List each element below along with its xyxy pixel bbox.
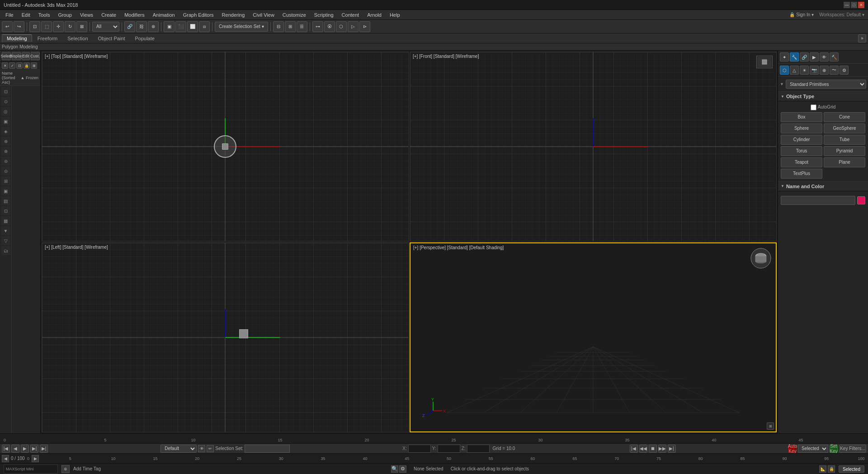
viewport-top[interactable]: [+] [Top] [Standard] [Wireframe] xyxy=(42,52,409,242)
scene-icon-5[interactable]: ◈ xyxy=(1,127,10,136)
scene-icon-2[interactable]: ⊙ xyxy=(1,97,10,106)
unlink-button[interactable]: ⛓ xyxy=(136,21,147,32)
rotate-button[interactable]: ↻ xyxy=(65,21,75,32)
scene-icon-12[interactable]: ▤ xyxy=(1,196,10,205)
scene-icon-13[interactable]: ⊡ xyxy=(1,206,10,215)
render-last[interactable]: ⊳ xyxy=(359,21,370,32)
pyramid-button[interactable]: Pyramid xyxy=(824,146,865,156)
edit-menu[interactable]: Edit xyxy=(22,52,30,60)
layer-vis-btn[interactable]: 👁 xyxy=(198,445,205,452)
rp-icon-display[interactable]: 👁 xyxy=(820,52,829,62)
menu-customize[interactable]: Customize xyxy=(279,11,310,19)
selected-dropdown[interactable]: Selected xyxy=(798,445,828,453)
menu-file[interactable]: File xyxy=(2,11,17,19)
key-filters-button[interactable]: Key Filters... xyxy=(839,445,866,453)
menu-animation[interactable]: Animation xyxy=(149,11,179,19)
menu-views[interactable]: Views xyxy=(76,11,97,19)
rp-icon-modify[interactable]: 🔧 xyxy=(790,52,799,62)
menu-create[interactable]: Create xyxy=(98,11,120,19)
sphere-button[interactable]: Sphere xyxy=(781,123,822,133)
scene-icon-11[interactable]: ▣ xyxy=(1,186,10,195)
scene-filter-icon3[interactable]: ⊞ xyxy=(31,62,37,69)
plane-button[interactable]: Plane xyxy=(824,157,865,167)
tab-modeling[interactable]: Modeling xyxy=(2,34,32,42)
prev-frame-button[interactable]: ◀ xyxy=(11,445,19,453)
status-icon-1[interactable]: 🔍 xyxy=(391,465,398,473)
menu-civil-view[interactable]: Civil View xyxy=(249,11,278,19)
layer-dropdown[interactable]: All xyxy=(92,22,119,32)
snap-icon[interactable]: 🔒 xyxy=(828,465,835,473)
layer-edit-btn[interactable]: ✏ xyxy=(207,445,214,452)
x-input[interactable] xyxy=(408,445,431,453)
y-input[interactable] xyxy=(438,445,460,453)
rp-icon-hierarchy[interactable]: 🔗 xyxy=(800,52,809,62)
undo-button[interactable]: ↩ xyxy=(2,21,13,32)
next-key-btn[interactable]: ▶▶ xyxy=(658,445,666,453)
play-button[interactable]: ▶ xyxy=(21,445,29,453)
scene-filter-icon2[interactable]: 🔒 xyxy=(24,62,30,69)
menu-group[interactable]: Group xyxy=(54,11,75,19)
scene-icon-17[interactable]: 🗂 xyxy=(1,246,10,255)
create-selection-set-button[interactable]: Create Selection Set ▾ xyxy=(215,22,268,32)
play-stop-btn[interactable]: ⏹ xyxy=(649,445,657,453)
rp-name-color-header[interactable]: ▼ Name and Color xyxy=(778,182,868,191)
autogrid-checkbox[interactable] xyxy=(811,104,816,110)
torus-button[interactable]: Torus xyxy=(781,146,822,156)
move-button[interactable]: ✛ xyxy=(53,21,64,32)
cone-button[interactable]: Cone xyxy=(824,112,865,122)
timeline-second-row[interactable]: 0 5 10 15 20 25 30 35 40 45 50 55 60 65 … xyxy=(0,453,868,463)
layer-select[interactable]: Default xyxy=(160,445,197,453)
tube-button[interactable]: Tube xyxy=(824,135,865,145)
scene-icon-14[interactable]: ▦ xyxy=(1,216,10,225)
maximize-viewport-btn[interactable]: ⊞ xyxy=(767,422,774,430)
rp-icon-geometry[interactable]: ⬡ xyxy=(780,66,789,75)
scene-filter-check[interactable]: ✓ xyxy=(9,62,15,69)
scene-icon-1[interactable]: ⊡ xyxy=(1,87,10,96)
select-obj-button[interactable]: ⊡ xyxy=(29,21,40,32)
select-all[interactable]: ⬛ xyxy=(175,21,186,32)
scene-icon-9[interactable]: ⊝ xyxy=(1,166,10,175)
scene-icon-10[interactable]: ⊞ xyxy=(1,176,10,185)
step-back-btn[interactable]: |◀ xyxy=(630,445,638,453)
rp-std-prim-dropdown[interactable]: Standard Primitives Extended Primitives … xyxy=(786,80,866,89)
color-swatch[interactable] xyxy=(857,196,865,204)
selection-set-input[interactable] xyxy=(245,445,290,453)
next-frame-button[interactable]: ▶| xyxy=(30,445,38,453)
menu-graph-editors[interactable]: Graph Editors xyxy=(179,11,217,19)
cylinder-button[interactable]: Cylinder xyxy=(781,135,822,145)
coord-icon[interactable]: 📐 xyxy=(819,465,826,473)
rp-icon-lights[interactable]: ☀ xyxy=(800,66,809,75)
menu-arnold[interactable]: Arnold xyxy=(363,11,385,19)
mirror-button[interactable]: ⊟ xyxy=(273,21,284,32)
minimize-button[interactable]: — xyxy=(844,2,850,8)
rp-icon-spacewarps[interactable]: 〜 xyxy=(830,66,839,75)
rp-icon-cameras[interactable]: 📷 xyxy=(810,66,819,75)
play-end-button[interactable]: ▶| xyxy=(40,445,48,453)
teapot-button[interactable]: Teapot xyxy=(781,157,822,167)
textplus-button[interactable]: TextPlus xyxy=(781,169,822,179)
select-filter[interactable]: ▣ xyxy=(164,21,175,32)
timeline-scrub[interactable]: 0 5 10 15 20 25 30 35 40 45 xyxy=(0,433,868,443)
scene-icon-3[interactable]: ◎ xyxy=(1,107,10,116)
scene-filter-x[interactable]: ✕ xyxy=(2,62,8,69)
scale-button[interactable]: ⊠ xyxy=(76,21,87,32)
menu-rendering[interactable]: Rendering xyxy=(218,11,249,19)
viewport-perspective[interactable]: [+] [Perspective] [Standard] [Default Sh… xyxy=(410,242,777,432)
rp-icon-utilities[interactable]: 🔨 xyxy=(830,52,839,62)
step-fwd-btn[interactable]: ▶| xyxy=(668,445,676,453)
rp-icon-create[interactable]: ✦ xyxy=(780,52,789,62)
tab-populate[interactable]: Populate xyxy=(130,35,159,42)
rp-icon-helpers[interactable]: ⊕ xyxy=(820,66,829,75)
link-button[interactable]: 🔗 xyxy=(124,21,135,32)
layer-manager[interactable]: ☰ xyxy=(297,21,307,32)
z-input[interactable] xyxy=(467,445,490,453)
rp-icon-shapes[interactable]: △ xyxy=(790,66,799,75)
scene-icon-15[interactable]: ▼ xyxy=(1,226,10,235)
tab-object-paint[interactable]: Object Paint xyxy=(94,35,130,42)
maxscript-listener[interactable]: MAXScript Mini xyxy=(4,465,58,474)
play-start-button[interactable]: |◀ xyxy=(2,445,10,453)
maximize-button[interactable]: □ xyxy=(851,2,857,8)
object-name-input[interactable] xyxy=(781,196,855,205)
rp-icon-systems[interactable]: ⚙ xyxy=(840,66,849,75)
sign-in-label[interactable]: 🔒 Sign In ▾ xyxy=(787,12,816,17)
